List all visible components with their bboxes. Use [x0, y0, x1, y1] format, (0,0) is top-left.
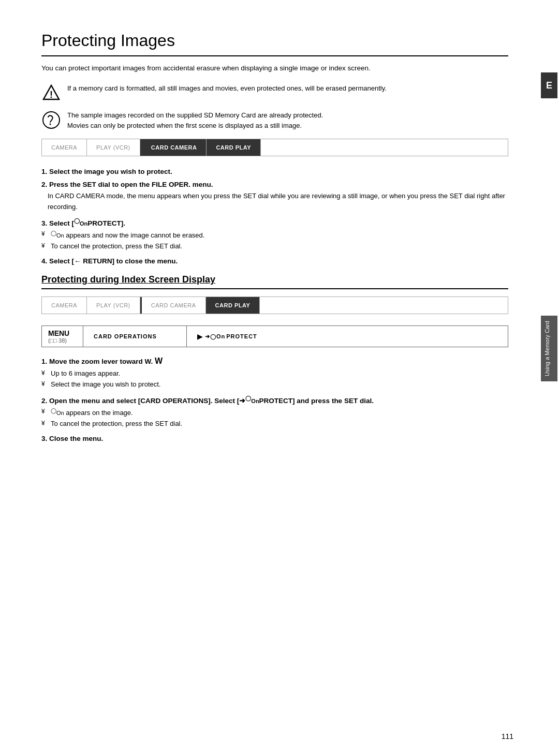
- step4-title: 4. Select [← RETURN] to close the menu.: [41, 257, 508, 265]
- s2-step2-bullet2: To cancel the protection, press the SET …: [41, 419, 508, 429]
- mode-camera-top: CAMERA: [42, 139, 87, 156]
- menu-label: MENU (□□ 38): [42, 326, 83, 347]
- mode-card-camera-bottom: CARD CAMERA: [142, 297, 206, 314]
- step2-body: In CARD CAMERA mode, the menu appears wh…: [41, 191, 508, 213]
- s2-step3: 3. Close the menu.: [41, 435, 508, 442]
- menu-row: MENU (□□ 38) CARD OPERATIONS ▶ ➜ ◯ On PR…: [41, 325, 508, 347]
- step1-title: 1. Select the image you wish to protect.: [41, 168, 508, 175]
- notice-info-text: The sample images recorded on the suppli…: [67, 110, 323, 132]
- menu-on-label: On: [216, 333, 225, 339]
- menu-arrow-icon: ▶: [197, 333, 203, 340]
- svg-text:!: !: [50, 90, 53, 100]
- s2-step2-bullet1: ◯On appears on the image.: [41, 407, 508, 419]
- mode-card-camera-top: CARD CAMERA: [142, 139, 207, 156]
- side-tabs: E Using a Memory Card: [539, 0, 559, 756]
- step3-bullet2: To cancel the protection, press the SET …: [41, 241, 508, 252]
- warning-icon: !: [41, 83, 61, 103]
- mode-bar-bottom: CAMERA PLAY (VCR) CARD CAMERA CARD PLAY: [41, 297, 508, 314]
- step4: 4. Select [← RETURN] to close the menu.: [41, 257, 508, 265]
- s2-step1: 1. Move the zoom lever toward W. W Up to…: [41, 357, 508, 390]
- s2-step1-bullet2: Select the image you wish to protect.: [41, 379, 508, 390]
- mode-bar-top: CAMERA PLAY (VCR) CARD CAMERA CARD PLAY: [41, 139, 508, 156]
- section2-heading: Protecting during Index Screen Display: [41, 274, 508, 289]
- tab-e: E: [541, 72, 557, 98]
- intro-paragraph: You can protect important images from ac…: [41, 63, 508, 74]
- notice-warning: ! If a memory card is formatted, all sti…: [41, 83, 508, 103]
- menu-bold-label: MENU: [48, 329, 77, 337]
- notice-warning-text: If a memory card is formatted, all still…: [67, 83, 387, 94]
- step2-title: 2. Press the SET dial to open the FILE O…: [41, 181, 508, 188]
- s2-step2-title: 2. Open the menu and select [CARD OPERAT…: [41, 395, 508, 405]
- menu-arrow2: ➜: [205, 333, 210, 340]
- mode-camera-bottom: CAMERA: [42, 297, 87, 314]
- menu-protect-label: PROTECT: [226, 333, 257, 339]
- step1: 1. Select the image you wish to protect.: [41, 168, 508, 175]
- svg-point-3: [50, 123, 51, 125]
- s2-step3-title: 3. Close the menu.: [41, 435, 508, 442]
- page-number: 111: [502, 732, 513, 740]
- protect-circle-icon: ◯: [210, 334, 216, 339]
- step2: 2. Press the SET dial to open the FILE O…: [41, 181, 508, 213]
- info-icon: [41, 110, 61, 130]
- menu-card-operations: CARD OPERATIONS: [83, 326, 187, 347]
- s2-step2: 2. Open the menu and select [CARD OPERAT…: [41, 395, 508, 429]
- s2-step1-title: 1. Move the zoom lever toward W. W: [41, 357, 508, 366]
- menu-protect-cell: ▶ ➜ ◯ On PROTECT: [187, 326, 508, 347]
- mode-play-vcr-top: PLAY (VCR): [87, 139, 140, 156]
- step3: 3. Select [◯OnPROTECT]. ◯On appears and …: [41, 218, 508, 252]
- tab-memory-card: Using a Memory Card: [541, 316, 557, 381]
- menu-sub-label: (□□ 38): [48, 337, 77, 344]
- page-title: Protecting Images: [41, 31, 508, 56]
- notice-info: The sample images recorded on the suppli…: [41, 110, 508, 132]
- step3-title: 3. Select [◯OnPROTECT].: [41, 218, 508, 227]
- mode-play-vcr-bottom: PLAY (VCR): [87, 297, 140, 314]
- mode-card-play-bottom: CARD PLAY: [206, 297, 260, 314]
- s2-step1-bullet1: Up to 6 images appear.: [41, 368, 508, 379]
- mode-card-play-top: CARD PLAY: [207, 139, 261, 156]
- step3-bullet1: ◯On appears and now the image cannot be …: [41, 229, 508, 241]
